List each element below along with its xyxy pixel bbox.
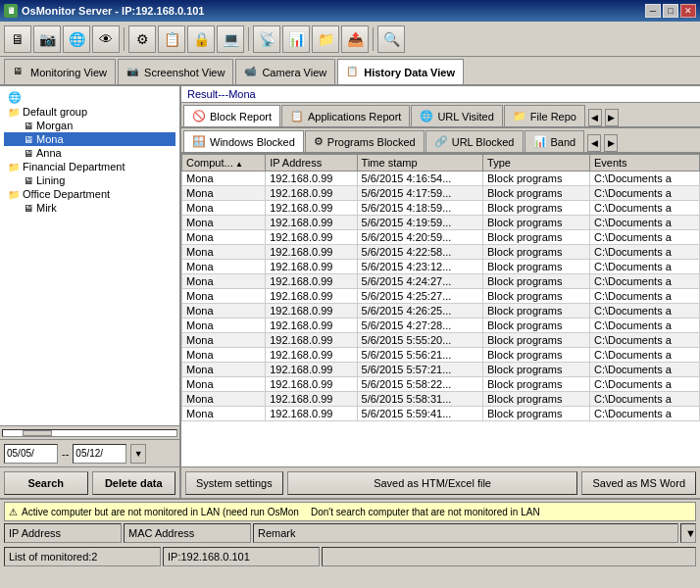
tree-item-morgan[interactable]: 🖥 Morgan (4, 119, 175, 132)
table-row[interactable]: Mona192.168.0.995/6/2015 4:24:27...Block… (182, 274, 700, 289)
table-cell: C:\Documents a (589, 216, 699, 230)
table-cell: C:\Documents a (589, 186, 699, 201)
toolbar-settings-btn[interactable]: ⚙ (128, 25, 156, 53)
toolbar-lock-btn[interactable]: 🔒 (187, 25, 215, 53)
folder-icon: 📁 (8, 107, 20, 118)
table-row[interactable]: Mona192.168.0.995/6/2015 4:20:59...Block… (182, 230, 700, 245)
close-button[interactable]: ✕ (680, 4, 696, 18)
table-cell: 192.168.0.99 (266, 274, 357, 289)
toolbar-network-btn[interactable]: 📡 (253, 25, 280, 53)
table-row[interactable]: Mona192.168.0.995/6/2015 5:56:21...Block… (182, 348, 700, 363)
table-row[interactable]: Mona192.168.0.995/6/2015 4:17:59...Block… (182, 186, 700, 201)
tab-camera[interactable]: 📹 Camera View (235, 59, 335, 84)
tree-group-default[interactable]: 📁 Default group (4, 105, 175, 119)
status-scroll-btn[interactable]: ▼ (680, 523, 696, 543)
scrollbar-track[interactable] (2, 429, 177, 437)
table-cell: C:\Documents a (589, 172, 699, 186)
tree-scrollbar[interactable] (0, 425, 179, 439)
table-cell: Block programs (483, 348, 590, 363)
table-row[interactable]: Mona192.168.0.995/6/2015 4:25:27...Block… (182, 289, 700, 304)
toolbar-search-btn[interactable]: 🔍 (377, 25, 405, 53)
toolbar-chart-btn[interactable]: 📊 (282, 25, 310, 53)
date-to-input[interactable] (73, 444, 126, 464)
tree-item-anna[interactable]: 🖥 Anna (4, 146, 175, 160)
subtab-block-report[interactable]: 🚫 Block Report (183, 105, 280, 126)
anna-label: Anna (36, 147, 62, 159)
table-cell: Block programs (483, 274, 590, 289)
delete-data-button[interactable]: Delete data (92, 471, 176, 495)
toolbar-pc-btn[interactable]: 💻 (217, 25, 244, 53)
tree-group-office[interactable]: 📁 Office Department (4, 187, 175, 201)
toolbar-monitoring-btn[interactable]: 🖥 (4, 25, 31, 53)
tab-screenshot[interactable]: 📷 Screenshot View (118, 59, 233, 84)
toolbar-export-btn[interactable]: 📤 (341, 25, 369, 53)
sub-tab2-nav-prev[interactable]: ◀ (587, 134, 601, 152)
file-repo-icon: 📁 (513, 110, 526, 122)
toolbar-report-btn[interactable]: 📋 (158, 25, 185, 53)
subtab-applications[interactable]: 📋 Applications Report (281, 105, 410, 126)
save-htm-button[interactable]: Saved as HTM/Excel file (287, 471, 578, 495)
table-row[interactable]: Mona192.168.0.995/6/2015 5:58:22...Block… (182, 377, 700, 392)
tab-monitoring[interactable]: 🖥 Monitoring View (4, 59, 116, 84)
table-row[interactable]: Mona192.168.0.995/6/2015 4:16:54...Block… (182, 172, 700, 186)
subtab-windows-blocked[interactable]: 🪟 Windows Blocked (183, 130, 304, 152)
table-row[interactable]: Mona192.168.0.995/6/2015 4:18:59...Block… (182, 201, 700, 216)
col-type[interactable]: Type (483, 155, 590, 172)
main-layout: 🌐 📁 Default group 🖥 Morgan 🖥 Mona 🖥 Anna… (0, 86, 700, 498)
sub-tabs-row1: 🚫 Block Report 📋 Applications Report 🌐 U… (181, 103, 700, 128)
toolbar-camera-btn[interactable]: 🌐 (63, 25, 90, 53)
save-word-button[interactable]: Saved as MS Word (581, 471, 696, 495)
table-row[interactable]: Mona192.168.0.995/6/2015 4:26:25...Block… (182, 304, 700, 318)
windows-blocked-label: Windows Blocked (210, 136, 295, 148)
subtab-band[interactable]: 📊 Band (525, 130, 585, 152)
table-row[interactable]: Mona192.168.0.995/6/2015 5:55:20...Block… (182, 333, 700, 348)
table-row[interactable]: Mona192.168.0.995/6/2015 4:27:28...Block… (182, 318, 700, 333)
toolbar-folder-btn[interactable]: 📁 (312, 25, 339, 53)
scrollbar-thumb[interactable] (23, 430, 52, 436)
status-col-remark: Remark (253, 523, 678, 543)
tab-history[interactable]: 📋 History Data View (337, 59, 464, 84)
minimize-button[interactable]: ─ (645, 4, 661, 18)
tree-item-mona[interactable]: 🖥 Mona (4, 132, 175, 146)
status-col-mac: MAC Address (124, 523, 251, 543)
window-title: OsMonitor Server - IP:192.168.0.101 (22, 5, 204, 17)
table-row[interactable]: Mona192.168.0.995/6/2015 5:59:41...Block… (182, 407, 700, 421)
date-dropdown-btn[interactable]: ▼ (130, 444, 146, 464)
table-row[interactable]: Mona192.168.0.995/6/2015 4:19:59...Block… (182, 216, 700, 230)
tree-container[interactable]: 🌐 📁 Default group 🖥 Morgan 🖥 Mona 🖥 Anna… (0, 86, 179, 425)
table-cell: C:\Documents a (589, 348, 699, 363)
tree-item-lining[interactable]: 🖥 Lining (4, 173, 175, 187)
sub-tab-nav-prev[interactable]: ◀ (588, 109, 602, 126)
sub-tab-nav-next[interactable]: ▶ (605, 109, 619, 126)
system-settings-button[interactable]: System settings (185, 471, 283, 495)
date-from-input[interactable] (4, 444, 58, 464)
table-cell: Block programs (483, 304, 590, 318)
table-cell: Block programs (483, 407, 590, 421)
table-cell: Mona (182, 260, 266, 274)
col-ip[interactable]: IP Address (266, 155, 357, 172)
maximize-button[interactable]: □ (663, 4, 678, 18)
subtab-file-repo[interactable]: 📁 File Repo (504, 105, 585, 126)
table-row[interactable]: Mona192.168.0.995/6/2015 4:22:58...Block… (182, 245, 700, 260)
subtab-url-blocked[interactable]: 🔗 URL Blocked (425, 130, 524, 152)
search-button[interactable]: Search (4, 471, 88, 495)
office-label: Office Department (23, 188, 110, 200)
sub-tab2-nav-next[interactable]: ▶ (604, 134, 618, 152)
col-events[interactable]: Events (589, 155, 699, 172)
status-col-ip: IP Address (4, 523, 122, 543)
table-row[interactable]: Mona192.168.0.995/6/2015 5:57:21...Block… (182, 363, 700, 377)
subtab-url-visited[interactable]: 🌐 URL Visited (411, 105, 502, 126)
col-timestamp[interactable]: Time stamp (357, 155, 482, 172)
subtab-programs-blocked[interactable]: ⚙ Programs Blocked (305, 130, 425, 152)
table-row[interactable]: Mona192.168.0.995/6/2015 5:58:31...Block… (182, 392, 700, 407)
table-row[interactable]: Mona192.168.0.995/6/2015 4:23:12...Block… (182, 260, 700, 274)
toolbar-eye-btn[interactable]: 👁 (92, 25, 120, 53)
tree-item-mirk[interactable]: 🖥 Mirk (4, 201, 175, 215)
table-cell: Block programs (483, 201, 590, 216)
table-cell: Block programs (483, 186, 590, 201)
tree-group-financial[interactable]: 📁 Financial Department (4, 160, 175, 173)
table-cell: 5/6/2015 4:20:59... (357, 230, 482, 245)
data-table-container[interactable]: Comput... IP Address Time stamp Type Eve… (181, 154, 700, 466)
toolbar-screenshot-btn[interactable]: 📷 (33, 25, 61, 53)
col-computer[interactable]: Comput... (182, 155, 266, 172)
